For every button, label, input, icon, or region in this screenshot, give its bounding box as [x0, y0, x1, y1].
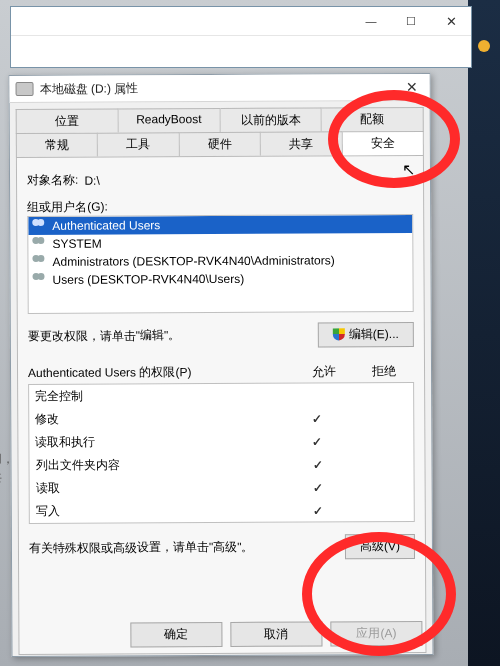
- object-name-row: 对象名称: D:\: [27, 170, 413, 189]
- tab-strip: 位置 ReadyBoost 以前的版本 配额 常规 工具 硬件 共享 安全: [16, 107, 424, 157]
- dialog-close-button[interactable]: ✕: [393, 74, 429, 100]
- advanced-hint: 有关特殊权限或高级设置，请单击"高级"。: [29, 539, 254, 557]
- perm-row: 读取: [30, 475, 414, 500]
- perm-row: 列出文件夹内容: [29, 452, 413, 477]
- object-name-value: D:\: [84, 173, 99, 187]
- perm-allow: [288, 503, 348, 517]
- tab-location[interactable]: 位置: [16, 109, 119, 134]
- users-icon: [32, 255, 48, 269]
- perm-header-deny: 拒绝: [354, 363, 414, 380]
- apply-button[interactable]: 应用(A): [330, 621, 422, 646]
- desktop-right-edge: [468, 0, 500, 666]
- tab-row-2: 常规 工具 硬件 共享 安全: [16, 131, 424, 157]
- principal-item[interactable]: SYSTEM: [28, 233, 412, 253]
- perm-header-allow: 允许: [294, 363, 354, 380]
- edit-hint: 要更改权限，请单击"编辑"。: [28, 327, 181, 345]
- close-button[interactable]: ✕: [431, 7, 471, 35]
- tab-security[interactable]: 安全: [342, 131, 424, 155]
- ok-button[interactable]: 确定: [130, 622, 222, 647]
- maximize-button[interactable]: ☐: [391, 7, 431, 35]
- tab-hardware[interactable]: 硬件: [180, 132, 262, 156]
- tab-readyboost[interactable]: ReadyBoost: [118, 108, 220, 133]
- perm-row: 修改: [29, 406, 413, 431]
- perm-allow: [287, 457, 347, 471]
- edit-button[interactable]: 编辑(E)...: [318, 322, 414, 348]
- perm-header-name: Authenticated Users 的权限(P): [28, 364, 294, 382]
- security-tab-body: 对象名称: D:\ 组或用户名(G): Authenticated Users …: [16, 155, 427, 655]
- properties-dialog: 本地磁盘 (D:) 属性 ✕ 位置 ReadyBoost 以前的版本 配额 常规…: [8, 73, 433, 657]
- principal-item[interactable]: Authenticated Users: [28, 215, 412, 235]
- perm-allow: [287, 434, 347, 448]
- background-window: — ☐ ✕: [10, 6, 472, 68]
- perm-allow: [287, 411, 347, 425]
- background-titlebar: — ☐ ✕: [11, 7, 471, 36]
- dialog-title: 本地磁盘 (D:) 属性: [40, 80, 139, 98]
- drive-icon: [16, 82, 34, 96]
- permissions-grid: 完全控制 修改 读取和执行 列出文件夹内容: [28, 382, 415, 524]
- tab-prev-versions[interactable]: 以前的版本: [220, 107, 322, 132]
- dialog-button-row: 确定 取消 应用(A): [130, 621, 422, 648]
- users-icon: [33, 273, 49, 287]
- advanced-button[interactable]: 高级(V): [345, 534, 415, 559]
- perm-row: 读取和执行: [29, 429, 413, 454]
- tab-tools[interactable]: 工具: [98, 132, 180, 156]
- tab-general[interactable]: 常规: [16, 133, 99, 157]
- tab-quota[interactable]: 配额: [322, 107, 424, 132]
- minimize-button[interactable]: —: [351, 7, 391, 35]
- taskbar-orb: [478, 40, 490, 52]
- permissions-header: Authenticated Users 的权限(P) 允许 拒绝: [28, 363, 414, 382]
- group-users-label: 组或用户名(G):: [27, 197, 413, 216]
- perm-row: 写入: [30, 498, 414, 523]
- users-icon: [32, 219, 48, 233]
- uac-shield-icon: [333, 328, 345, 340]
- principals-list[interactable]: Authenticated Users SYSTEM Administrator…: [27, 214, 414, 314]
- perm-allow: [288, 480, 348, 494]
- object-name-label: 对象名称:: [27, 172, 78, 189]
- principal-item[interactable]: Users (DESKTOP-RVK4N40\Users): [29, 269, 413, 289]
- cancel-button[interactable]: 取消: [230, 621, 322, 646]
- principal-item[interactable]: Administrators (DESKTOP-RVK4N40\Administ…: [28, 251, 412, 271]
- users-icon: [32, 237, 48, 251]
- perm-row: 完全控制: [29, 383, 413, 408]
- tab-row-1: 位置 ReadyBoost 以前的版本 配额: [16, 107, 424, 133]
- tab-sharing[interactable]: 共享: [261, 131, 343, 155]
- dialog-titlebar[interactable]: 本地磁盘 (D:) 属性 ✕: [9, 74, 429, 103]
